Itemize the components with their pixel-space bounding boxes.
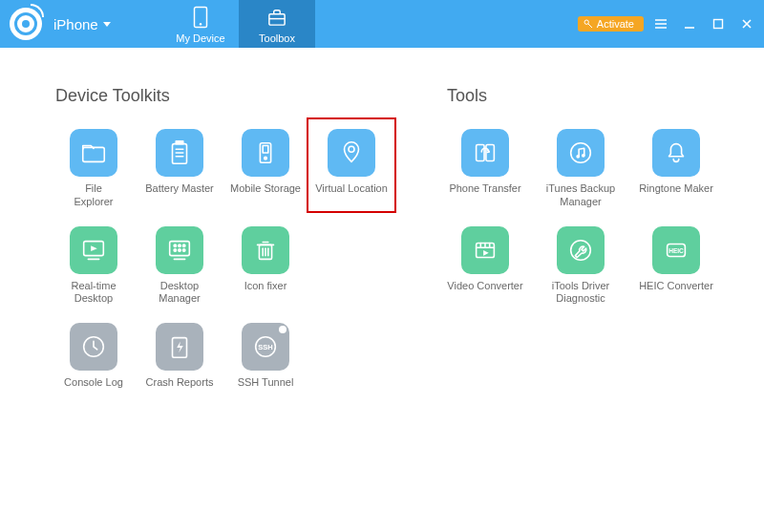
svg-rect-2 — [269, 13, 285, 24]
toolkit-item-crash-reports[interactable]: Crash Reports — [141, 323, 218, 401]
toolkit-item-desktop-manager[interactable]: Desktop Manager — [141, 226, 218, 307]
section-title-tools: Tools — [447, 86, 714, 106]
close-icon — [740, 17, 753, 31]
svg-rect-15 — [263, 146, 268, 154]
tools-grid: Phone TransferiTunes Backup ManagerRingt… — [447, 129, 714, 306]
grid-monitor-icon — [156, 226, 203, 274]
toolkit-item-label: iTools Driver Diagnostic — [542, 280, 619, 307]
maximize-button[interactable] — [707, 12, 730, 35]
svg-line-5 — [588, 24, 592, 28]
toolkit-item-ssh-tunnel[interactable]: SSHSSH Tunnel — [227, 323, 304, 401]
folder-icon — [70, 129, 117, 177]
svg-rect-8 — [83, 147, 105, 161]
device-toolkits-grid: File ExplorerBattery MasterMobile Storag… — [55, 129, 390, 401]
play-monitor-icon — [70, 226, 117, 274]
toolkit-item-label: Virtual Location — [315, 182, 388, 207]
toolkit-item-file-explorer[interactable]: File Explorer — [55, 129, 132, 209]
toolkit-item-label: Real-time Desktop — [55, 280, 132, 307]
toolkit-item-itunes-backup[interactable]: iTunes Backup Manager — [542, 129, 619, 209]
svg-rect-9 — [173, 144, 187, 164]
toolkit-item-label: File Explorer — [74, 182, 114, 209]
tablet-icon — [188, 5, 213, 30]
heic-icon: HEIC — [652, 226, 700, 274]
toolkit-item-label: iTunes Backup Manager — [542, 182, 619, 209]
wrench-icon — [557, 226, 605, 274]
svg-text:HEIC: HEIC — [668, 246, 684, 253]
svg-point-40 — [571, 143, 591, 163]
battery-icon — [156, 129, 203, 177]
bolt-icon — [156, 323, 203, 371]
menu-button[interactable] — [649, 12, 672, 35]
titlebar: iPhone My Device Toolbox Activate — [0, 0, 764, 48]
music-icon — [557, 129, 605, 177]
tab-label: Toolbox — [259, 32, 295, 44]
svg-point-25 — [179, 248, 180, 250]
svg-point-16 — [265, 157, 267, 160]
svg-point-21 — [174, 245, 176, 246]
toolkit-item-ringtone-maker[interactable]: Ringtone Maker — [638, 129, 714, 209]
tab-my-device[interactable]: My Device — [162, 0, 239, 48]
svg-rect-10 — [176, 141, 183, 144]
toolkit-item-video-converter[interactable]: Video Converter — [447, 226, 523, 307]
phones-icon — [461, 129, 509, 177]
maximize-icon — [711, 17, 725, 31]
minimize-icon — [683, 17, 696, 31]
toolbox-icon — [265, 5, 289, 30]
section-title-device-toolkits: Device Toolkits — [55, 86, 390, 106]
toolkit-item-battery-master[interactable]: Battery Master — [141, 129, 218, 209]
svg-point-17 — [349, 146, 354, 152]
svg-point-26 — [182, 248, 184, 250]
nav-tabs: My Device Toolbox — [162, 0, 315, 48]
chevron-down-icon — [103, 22, 111, 27]
svg-point-41 — [576, 155, 580, 159]
badge-dot — [279, 326, 286, 333]
device-toolkits-section: Device Toolkits File ExplorerBattery Mas… — [55, 86, 390, 401]
toolkit-item-phone-transfer[interactable]: Phone Transfer — [447, 129, 523, 209]
toolkit-item-mobile-storage[interactable]: Mobile Storage — [227, 129, 304, 209]
pin-icon — [328, 129, 375, 177]
toolkit-item-label: Video Converter — [447, 280, 522, 305]
toolkit-item-label: Mobile Storage — [230, 182, 301, 207]
film-icon — [461, 226, 509, 274]
close-button[interactable] — [735, 12, 758, 35]
activate-label: Activate — [597, 18, 634, 30]
app-logo-icon — [10, 8, 42, 40]
svg-point-24 — [174, 248, 176, 250]
toolkit-item-label: SSH Tunnel — [238, 376, 294, 401]
svg-point-23 — [182, 245, 184, 246]
minimize-button[interactable] — [678, 12, 701, 35]
toolkit-item-label: Console Log — [64, 376, 123, 401]
tab-label: My Device — [176, 32, 224, 44]
key-icon — [584, 19, 593, 29]
drive-icon — [242, 129, 289, 177]
toolkit-item-virtual-location[interactable]: Virtual Location — [313, 129, 390, 209]
toolkit-item-label: Desktop Manager — [141, 280, 218, 307]
tab-toolbox[interactable]: Toolbox — [239, 0, 315, 48]
clock-icon — [70, 323, 117, 371]
toolkit-item-heic-converter[interactable]: HEICHEIC Converter — [638, 226, 714, 307]
svg-point-1 — [200, 23, 202, 25]
toolkit-item-label: Icon fixer — [244, 280, 287, 305]
activate-button[interactable]: Activate — [578, 16, 644, 32]
device-dropdown[interactable]: iPhone — [53, 16, 111, 32]
svg-rect-38 — [477, 145, 484, 161]
toolkit-item-console-log[interactable]: Console Log — [55, 323, 132, 401]
toolkit-item-realtime-desktop[interactable]: Real-time Desktop — [55, 226, 132, 307]
svg-point-22 — [179, 245, 180, 246]
toolkit-item-label: Crash Reports — [146, 376, 214, 401]
toolkit-item-label: HEIC Converter — [639, 280, 713, 305]
ssh-icon: SSH — [242, 323, 289, 371]
toolkit-item-label: Battery Master — [145, 182, 214, 207]
toolkit-item-label: Phone Transfer — [449, 182, 520, 207]
content: Device Toolkits File ExplorerBattery Mas… — [0, 48, 764, 401]
svg-rect-7 — [714, 20, 723, 29]
tools-section: Tools Phone TransferiTunes Backup Manage… — [447, 86, 714, 401]
window-controls: Activate — [578, 12, 758, 35]
svg-text:SSH: SSH — [258, 343, 272, 351]
bell-icon — [652, 129, 700, 177]
trash-icon — [242, 226, 289, 274]
toolkit-item-itools-driver[interactable]: iTools Driver Diagnostic — [542, 226, 619, 307]
toolkit-item-label: Ringtone Maker — [639, 182, 713, 207]
toolkit-item-icon-fixer[interactable]: Icon fixer — [227, 226, 304, 307]
menu-icon — [654, 17, 668, 31]
